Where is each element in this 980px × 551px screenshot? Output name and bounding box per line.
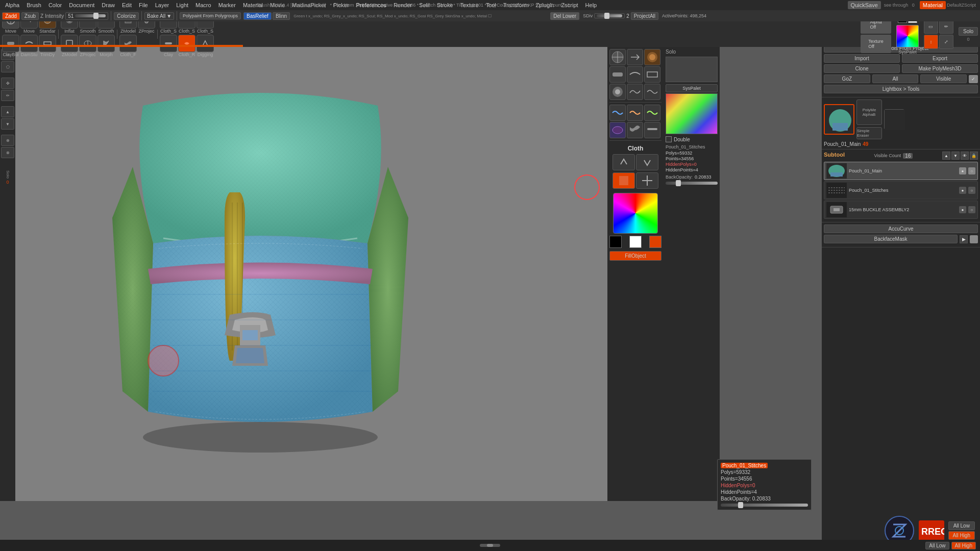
colorize-btn[interactable]: Colorize (114, 12, 139, 20)
move-up-btn[interactable]: ▲ (1, 106, 14, 117)
brush-cell-smooth2[interactable] (644, 84, 660, 100)
basrelief-btn[interactable]: BasRelief (243, 12, 272, 20)
backopacity-slider[interactable] (666, 182, 718, 185)
menu-alpha[interactable]: Alpha (2, 1, 22, 9)
cloth-cell-6[interactable] (644, 122, 660, 138)
bake-all-btn[interactable]: Bake All ▼ (144, 12, 174, 20)
menu-layer[interactable]: Layer (152, 1, 173, 9)
scroll-indicator[interactable] (480, 544, 500, 547)
texture-off-btn[interactable]: TextureOff (861, 35, 891, 53)
double-checkbox[interactable] (666, 136, 672, 142)
material-btn[interactable]: Material (920, 1, 946, 9)
solo-preview[interactable] (666, 57, 718, 82)
all-btn[interactable]: All (872, 74, 919, 83)
subtool-vis-buckle[interactable]: ○ (968, 206, 975, 213)
freehand-tool-btn[interactable]: ✏ (1, 90, 14, 101)
subtool-nav-up[interactable]: ▲ (942, 152, 950, 160)
subtool-eye-buckle[interactable]: ● (959, 206, 966, 213)
eraser-thumb[interactable]: Simple Eraser (856, 127, 882, 139)
project-all-btn[interactable]: ProjectAll (631, 12, 658, 20)
sdiv-slider[interactable] (594, 13, 625, 18)
move-btn[interactable]: ↕ (924, 35, 938, 49)
color-picker-main[interactable] (896, 25, 919, 47)
all-high-status-btn[interactable]: All High (951, 542, 976, 549)
zsub-btn[interactable]: Zsub (21, 12, 39, 20)
draw-mode-btn[interactable] (612, 172, 635, 189)
polypaint-from-btn[interactable]: Polypaint From Polygroups (180, 12, 241, 19)
import-btn[interactable]: Import (824, 54, 900, 63)
drag-tool-btn[interactable]: ✜ (1, 78, 14, 89)
visible-toggle[interactable]: ✓ (969, 75, 978, 83)
brush-cell-move[interactable] (609, 49, 626, 65)
brush-cell-flat[interactable] (609, 66, 626, 83)
solo-btn[interactable]: Solo (959, 27, 978, 36)
syspalet-btn[interactable]: SysPalet (666, 84, 718, 92)
zadd-btn[interactable]: Zadd (2, 12, 20, 20)
color-wheel[interactable] (613, 193, 658, 234)
intensity-slider-track[interactable] (75, 14, 106, 17)
lightbox-btn[interactable]: Lightbox > Tools (824, 85, 978, 93)
backface-eye[interactable] (970, 235, 978, 243)
make-polymesh-btn[interactable]: Make PolyMesh3D (902, 64, 978, 73)
backface-toggle[interactable]: ▶ (960, 235, 968, 243)
draw-btn[interactable]: ✏ (939, 19, 953, 34)
move-down-btn[interactable]: ▼ (1, 118, 14, 130)
brush-cell-standard[interactable] (644, 49, 660, 65)
white-swatch-sm[interactable] (629, 236, 642, 248)
down-arrow-btn[interactable] (636, 154, 658, 170)
subtool-vis-stitches[interactable]: ○ (968, 187, 975, 194)
subtool-item-main[interactable]: Pouch_01_Main ● ○ (824, 162, 978, 180)
fill-object-btn[interactable]: FillObject (609, 251, 662, 261)
brush-cell-arrow[interactable] (627, 49, 643, 65)
menu-brush[interactable]: Brush (23, 1, 44, 9)
all-low-btn[interactable]: All Low (948, 521, 975, 530)
quick-save-btn[interactable]: QuickSave (848, 1, 881, 9)
cloth-cell-4[interactable] (609, 122, 626, 138)
tool-extra-thumb[interactable] (884, 109, 904, 130)
menu-marker[interactable]: Marker (215, 1, 239, 9)
transform-btn[interactable] (636, 172, 658, 189)
brush-cell-smooth[interactable] (627, 84, 643, 100)
rect-btn[interactable]: ▭ (924, 19, 938, 34)
scale-btn[interactable]: ⤢ (939, 35, 953, 49)
export-btn[interactable]: Export (902, 54, 978, 63)
menu-file[interactable]: File (136, 1, 151, 9)
goz-btn[interactable]: GoZ (824, 74, 870, 83)
menu-help[interactable]: Help (582, 1, 600, 9)
subtool-vis-main[interactable]: ○ (968, 167, 975, 174)
intensity-slider[interactable]: 51 (65, 12, 108, 20)
del-lower-btn[interactable]: Del Lower (550, 12, 579, 20)
all-high-btn[interactable]: All High (948, 531, 975, 540)
sdiv-slider-track[interactable] (597, 14, 622, 17)
menu-macro[interactable]: Macro (192, 1, 214, 9)
blinn-btn[interactable]: Blinn (273, 12, 290, 20)
polymesh-thumb[interactable]: PolyMeAlphaB (856, 99, 882, 125)
backface-btn[interactable]: BackfaceMask (824, 235, 958, 243)
visible-btn[interactable]: Visible (920, 74, 967, 83)
cloth-cell-1[interactable] (609, 105, 626, 121)
brush-cell-trim[interactable] (644, 66, 660, 83)
red-swatch-sm[interactable] (649, 236, 662, 248)
cloth-cell-2[interactable] (627, 105, 643, 121)
menu-light[interactable]: Light (173, 1, 191, 9)
black-swatch-sm[interactable] (609, 236, 622, 248)
cloth-cell-5[interactable] (627, 122, 643, 138)
all-low-status-btn[interactable]: All Low (925, 542, 949, 549)
info-opacity-slider[interactable] (721, 504, 808, 507)
subtool-nav-down[interactable]: ▼ (951, 152, 960, 160)
subtool-item-buckle[interactable]: 15mm BUCKLE ASSEMBLY2 ● ○ (824, 201, 978, 219)
subtool-eye-stitches[interactable]: ● (959, 187, 966, 194)
brush-cell-inflate[interactable] (609, 84, 626, 100)
subtool-eye-main[interactable]: ● (959, 167, 966, 174)
accucurve-btn[interactable]: AccuCurve (824, 224, 978, 233)
menu-document[interactable]: Document (66, 1, 97, 9)
lasso-tool-btn[interactable]: ⬠ (1, 61, 14, 72)
menu-edit[interactable]: Edit (119, 1, 135, 9)
active-tool-thumb[interactable] (824, 104, 854, 135)
menu-draw[interactable]: Draw (99, 1, 118, 9)
up-arrow-btn[interactable] (612, 154, 635, 170)
gizmo-btn[interactable]: ⊕ (1, 135, 14, 146)
subtool-eye-toggle[interactable]: 👁 (961, 152, 969, 160)
brush-cell-dam[interactable] (627, 66, 643, 83)
gizmo2-btn[interactable]: ⊗ (1, 147, 14, 158)
